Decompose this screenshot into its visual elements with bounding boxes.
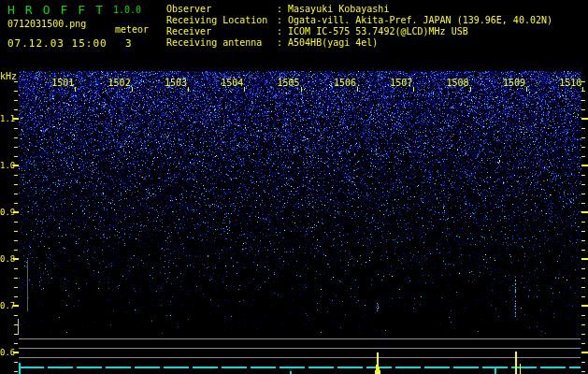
freq-minor-tick-right <box>581 156 585 157</box>
freq-minor-tick-left <box>14 128 18 129</box>
freq-minor-tick-left <box>14 156 18 157</box>
freq-minor-tick-right <box>581 343 585 344</box>
freq-tick-label: 0.8 <box>0 254 14 264</box>
freq-major-tick-right <box>581 211 588 213</box>
info-row: Receiver: ICOM IC-575 53.7492(@LCD)MHz U… <box>166 26 552 37</box>
freq-major-tick-right <box>581 258 588 260</box>
freq-tick-label: 1.1 <box>0 114 14 123</box>
freq-minor-tick-left <box>14 278 18 279</box>
freq-minor-tick-left <box>14 109 18 110</box>
freq-minor-tick-left <box>14 315 18 316</box>
app-version: 1.0.0 <box>113 5 141 15</box>
freq-minor-tick-right <box>581 194 585 194</box>
freq-major-tick-left <box>13 211 19 213</box>
freq-minor-tick-right <box>581 315 585 316</box>
info-row: Receiving antenna: A504HB(yagi 4el) <box>166 37 552 49</box>
time-tick-mark <box>132 87 133 92</box>
time-tick-label: 1507 <box>389 78 413 88</box>
freq-minor-tick-right <box>581 222 585 223</box>
freq-major-tick-left <box>13 305 19 307</box>
freq-axis-unit-label: kHz <box>0 71 17 81</box>
freq-major-tick-right <box>581 118 588 120</box>
info-row: Receiving Location: Ogata-vill. Akita-Pr… <box>166 15 552 26</box>
time-tick-label: 1508 <box>446 78 470 88</box>
freq-major-tick-left <box>13 352 19 353</box>
hrofft-window: HROFFT 1.0.0 0712031500.png meteor 07.12… <box>0 0 588 374</box>
freq-minor-tick-left <box>14 194 18 194</box>
freq-minor-tick-right <box>581 81 585 82</box>
time-tick-label: 1505 <box>277 78 301 88</box>
station-info-block: Observer: Masayuki KobayashiReceiving Lo… <box>166 4 552 49</box>
time-tick-mark <box>301 87 302 92</box>
freq-minor-tick-right <box>581 147 585 148</box>
freq-minor-tick-right <box>581 109 585 110</box>
freq-minor-tick-right <box>581 231 585 232</box>
time-tick-mark <box>470 87 471 92</box>
time-tick-label: 1503 <box>164 78 188 88</box>
freq-minor-tick-left <box>14 343 18 344</box>
freq-minor-tick-right <box>581 250 585 251</box>
freq-minor-tick-left <box>14 184 18 185</box>
echo-count: 3 <box>125 37 132 50</box>
freq-minor-tick-right <box>581 287 585 288</box>
freq-minor-tick-right <box>581 296 585 297</box>
freq-minor-tick-left <box>14 362 18 363</box>
info-value: : A504HB(yagi 4el) <box>277 37 378 48</box>
freq-minor-tick-left <box>14 324 18 325</box>
freq-tick-label: 0.9 <box>0 208 14 217</box>
freq-minor-tick-left <box>14 175 18 176</box>
output-filename: 0712031500.png <box>7 19 86 29</box>
freq-major-tick-right <box>581 352 588 353</box>
freq-minor-tick-right <box>581 334 585 335</box>
freq-minor-tick-left <box>14 147 18 148</box>
freq-minor-tick-left <box>14 137 18 138</box>
time-tick-mark <box>413 87 414 92</box>
freq-minor-tick-right <box>581 128 585 129</box>
freq-minor-tick-right <box>581 362 585 363</box>
freq-major-tick-right <box>581 165 588 166</box>
freq-major-tick-left <box>13 165 19 166</box>
time-tick-mark <box>188 87 189 92</box>
time-tick-label: 1501 <box>50 78 75 88</box>
freq-tick-label: 1.0 <box>0 161 14 170</box>
info-label: Observer <box>166 4 271 15</box>
freq-minor-tick-right <box>581 371 585 372</box>
info-label: Receiver <box>166 26 271 37</box>
date-time: 07.12.03 15:00 <box>7 37 108 50</box>
freq-minor-tick-left <box>14 250 18 251</box>
freq-minor-tick-left <box>14 81 18 82</box>
freq-minor-tick-left <box>14 231 18 232</box>
freq-minor-tick-left <box>14 203 18 204</box>
freq-minor-tick-left <box>14 222 18 223</box>
freq-minor-tick-right <box>581 278 585 279</box>
spectrogram-canvas <box>0 0 588 374</box>
time-tick-mark <box>244 87 245 92</box>
freq-minor-tick-left <box>14 334 18 335</box>
time-tick-label: 1504 <box>220 78 244 88</box>
time-tick-mark <box>526 87 527 92</box>
freq-minor-tick-right <box>581 100 585 101</box>
info-value: : ICOM IC-575 53.7492(@LCD)MHz USB <box>277 26 468 36</box>
info-label: Receiving antenna <box>166 37 271 49</box>
app-title: HROFFT <box>7 3 113 17</box>
freq-minor-tick-right <box>581 137 585 138</box>
freq-tick-label: 0.7 <box>0 301 14 310</box>
info-value: : Masayuki Kobayashi <box>277 4 389 14</box>
freq-minor-tick-right <box>581 203 585 204</box>
info-row: Observer: Masayuki Kobayashi <box>166 4 552 15</box>
time-tick-mark <box>75 87 76 92</box>
time-tick-label: 1509 <box>502 78 526 88</box>
freq-minor-tick-right <box>581 91 585 92</box>
freq-major-tick-left <box>13 258 19 260</box>
freq-minor-tick-left <box>14 240 18 241</box>
time-tick-label: 1510 <box>558 78 582 88</box>
freq-minor-tick-left <box>14 91 18 92</box>
freq-minor-tick-right <box>581 324 585 325</box>
time-tick-mark <box>357 87 358 92</box>
freq-minor-tick-right <box>581 240 585 241</box>
freq-minor-tick-left <box>14 296 18 297</box>
info-label: Receiving Location <box>166 15 271 26</box>
freq-minor-tick-left <box>14 268 18 269</box>
freq-minor-tick-right <box>581 268 585 269</box>
mode-label: meteor <box>115 24 149 35</box>
